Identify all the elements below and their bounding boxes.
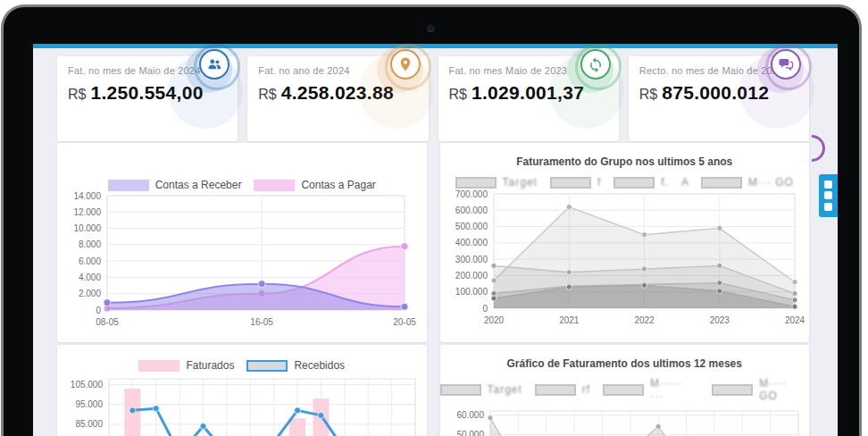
legend-label: Contas a Pagar — [301, 179, 375, 191]
legend-item[interactable]: M····· ··· — [603, 377, 699, 402]
chart-card-12-meses: Gráfico de Faturamento dos ultimos 12 me… — [440, 345, 810, 436]
twelve-month-legend: TargetrfM····· ···M···· GO — [440, 377, 810, 402]
kpi-icon-wrap — [389, 48, 421, 80]
contas-chart: 14.00012.00010.0008.0006.0004.0002.00000… — [57, 191, 426, 333]
svg-text:400.000: 400.000 — [455, 238, 488, 247]
legend-label: Faturados — [186, 359, 234, 372]
top-accent-bar — [33, 44, 838, 48]
legend-item[interactable]: f. — [613, 176, 669, 189]
currency-prefix: R$ — [639, 87, 657, 102]
faturados-chart: 105.00095.00085.00075.000 — [57, 372, 426, 436]
legend-item[interactable]: Target — [455, 176, 538, 189]
legend-swatch — [254, 180, 295, 191]
svg-text:2020: 2020 — [483, 315, 504, 325]
device-bezel: Fat. no mes de Maio de 2024 R$1.250.554,… — [1, 4, 862, 436]
kpi-row: Fat. no mes de Maio de 2024 R$1.250.554,… — [57, 56, 809, 141]
legend-label: M··· GO — [748, 176, 794, 189]
legend-swatch — [455, 177, 497, 189]
users-icon — [199, 49, 230, 80]
currency-prefix: R$ — [449, 87, 467, 102]
legend-swatch — [550, 177, 591, 189]
svg-text:105.000: 105.000 — [71, 380, 104, 390]
svg-text:4.000: 4.000 — [79, 272, 101, 282]
purple-arc-decoration — [812, 135, 825, 162]
legend-label: M····· ··· — [650, 377, 699, 402]
legend-item[interactable]: Target — [440, 383, 522, 396]
legend-item[interactable]: AM··· GO — [681, 176, 794, 189]
kpi-card-month-2023: Fat. no mes Maio de 2023 R$1.029.001,37 — [438, 56, 619, 141]
svg-text:10.000: 10.000 — [73, 223, 101, 233]
chat-bubbles-icon — [771, 49, 801, 80]
dashboard-screen: Fat. no mes de Maio de 2024 R$1.250.554,… — [33, 44, 838, 436]
svg-text:2.000: 2.000 — [79, 289, 101, 298]
kpi-number: 1.250.554,00 — [90, 82, 203, 103]
side-panel-tab[interactable] — [819, 174, 838, 217]
svg-text:500.000: 500.000 — [455, 222, 488, 231]
svg-text:6.000: 6.000 — [79, 256, 101, 266]
legend-item[interactable]: Contas a Pagar — [254, 179, 375, 191]
charts-row-bottom: FaturadosRecebidos 105.00095.00085.00075… — [57, 345, 809, 436]
five-year-chart: 700.000600.000500.000400.000300.000200.0… — [440, 189, 809, 331]
kpi-icon-wrap — [580, 48, 612, 80]
svg-text:08-05: 08-05 — [96, 317, 119, 327]
chart-title: Faturamento do Grupo nos ultimos 5 anos — [440, 143, 810, 168]
kpi-label: Fat. no mes de Maio de 2024 — [68, 65, 220, 76]
webcam-dot — [427, 24, 435, 32]
legend-swatch — [246, 360, 288, 372]
svg-text:700.000: 700.000 — [455, 189, 488, 199]
legend-item[interactable]: M···· GO — [712, 377, 809, 402]
kpi-label: Fat. no ano de 2024 — [258, 65, 410, 76]
kpi-card-receipts-2024: Recto. no mes de Maio de 2024 R$875.000.… — [629, 56, 809, 141]
svg-text:2023: 2023 — [709, 315, 730, 325]
twelve-month-chart: 60.00050.00040.00030.000 — [440, 402, 809, 436]
kpi-value: R$875.000.012 — [639, 82, 798, 104]
currency-prefix: R$ — [258, 87, 276, 102]
location-pin-icon — [390, 49, 421, 80]
svg-text:2022: 2022 — [634, 315, 655, 325]
kpi-label: Recto. no mes de Maio de 2024 — [639, 65, 791, 76]
legend-item[interactable]: f — [550, 176, 601, 189]
kpi-number: 875.000.012 — [662, 82, 769, 103]
legend-swatch — [712, 384, 753, 396]
legend-item[interactable]: Contas a Receber — [108, 179, 242, 191]
legend-label: f. — [661, 176, 669, 189]
kpi-value: R$1.250.554,00 — [68, 82, 227, 104]
svg-text:14.000: 14.000 — [73, 191, 101, 201]
svg-text:300.000: 300.000 — [455, 255, 488, 264]
chart-card-contas: Contas a ReceberContas a Pagar 14.00012.… — [57, 143, 427, 342]
legend-label: Target — [488, 383, 522, 396]
svg-text:100.000: 100.000 — [455, 287, 488, 297]
legend-label: f — [597, 176, 601, 189]
currency-prefix: R$ — [68, 87, 86, 102]
legend-swatch — [138, 360, 179, 372]
svg-text:60.000: 60.000 — [456, 410, 484, 420]
legend-label: Target — [503, 176, 538, 189]
svg-text:600.000: 600.000 — [455, 205, 488, 215]
kpi-number: 4.258.023.88 — [281, 82, 394, 103]
charts-row-middle: Contas a ReceberContas a Pagar 14.00012.… — [57, 143, 809, 342]
faturados-legend: FaturadosRecebidos — [57, 359, 427, 372]
svg-text:95.000: 95.000 — [75, 399, 103, 409]
legend-item[interactable]: Recebidos — [246, 359, 345, 372]
kpi-icon-wrap — [198, 48, 230, 80]
refresh-icon — [580, 49, 611, 80]
contas-legend: Contas a ReceberContas a Pagar — [57, 179, 427, 191]
legend-swatch — [613, 177, 655, 189]
chart-card-faturados-recebidos: FaturadosRecebidos 105.00095.00085.00075… — [57, 345, 427, 436]
svg-text:0: 0 — [96, 306, 101, 315]
kpi-number: 1.029.001,37 — [472, 82, 584, 103]
legend-swatch — [440, 384, 481, 396]
legend-label: M···· GO — [759, 377, 809, 402]
legend-label: rf — [582, 383, 590, 396]
kpi-card-year-2024: Fat. no ano de 2024 R$4.258.023.88 — [247, 56, 428, 141]
legend-pre-label: A — [681, 176, 689, 189]
legend-item[interactable]: rf — [535, 383, 590, 396]
legend-item[interactable]: Faturados — [138, 359, 234, 372]
five-year-legend: Targetff.AM··· GO — [440, 176, 810, 189]
legend-label: Contas a Receber — [155, 179, 242, 191]
svg-text:12.000: 12.000 — [73, 207, 101, 217]
svg-text:50.000: 50.000 — [456, 430, 484, 436]
kpi-value: R$1.029.001,37 — [449, 82, 608, 104]
kpi-label: Fat. no mes Maio de 2023 — [449, 65, 601, 76]
svg-text:200.000: 200.000 — [455, 271, 488, 281]
